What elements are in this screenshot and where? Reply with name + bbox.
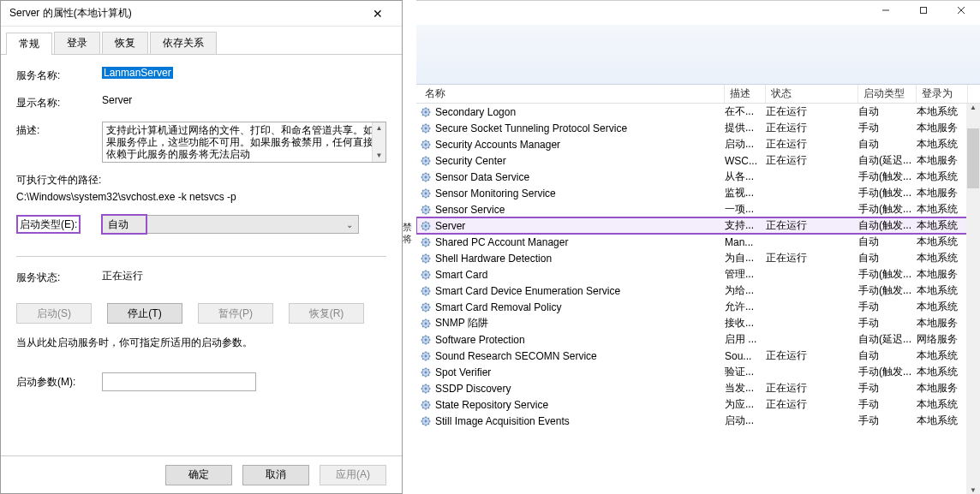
svg-point-5 [425, 110, 427, 113]
service-startup: 手动 [858, 381, 917, 396]
service-row[interactable]: Sensor Monitoring Service监视...手动(触发...本地… [416, 185, 980, 201]
services-header: 名称 描述 状态 启动类型 登录为 [416, 85, 980, 104]
service-row[interactable]: State Repository Service为应...正在运行手动本地系统 [416, 396, 980, 413]
service-name: Smart Card [435, 269, 487, 281]
service-startup: 手动(触发... [858, 267, 917, 282]
service-row[interactable]: Sound Research SECOMN ServiceSou...正在运行自… [416, 348, 980, 364]
service-startup: 手动(触发... [858, 202, 917, 217]
label-startup-type-text: 启动类型(E): [16, 215, 81, 234]
svg-line-201 [428, 423, 429, 424]
service-name: Shared PC Account Manager [435, 236, 568, 248]
bgwin-close-button[interactable] [942, 1, 980, 20]
service-name: Sound Research SECOMN Service [435, 350, 597, 362]
ok-button[interactable]: 确定 [165, 465, 232, 485]
service-desc: 支持... [725, 218, 766, 233]
service-desc: 启动... [725, 137, 766, 152]
col-header-name[interactable]: 名称 [420, 85, 725, 103]
service-logon: 本地系统 [917, 365, 968, 379]
service-name-text[interactable]: LanmanServer [102, 67, 173, 79]
svg-line-112 [428, 271, 429, 271]
svg-line-163 [422, 358, 423, 359]
svg-line-160 [422, 352, 423, 353]
service-row[interactable]: Still Image Acquisition Events启动...手动本地系… [416, 413, 980, 429]
tab-general[interactable]: 常规 [6, 33, 52, 55]
service-startup: 自动 [858, 235, 917, 249]
resume-button: 恢复(R) [289, 303, 364, 324]
svg-line-12 [428, 108, 429, 109]
service-row[interactable]: Security Accounts Manager启动...正在运行自动本地系统 [416, 136, 980, 152]
vertical-scrollbar[interactable]: ▲ ▼ [966, 104, 980, 494]
description-scrollbar[interactable]: ▲ ▼ [372, 122, 385, 162]
service-desc: 监视... [725, 186, 766, 200]
svg-line-203 [422, 423, 423, 424]
tab-logon[interactable]: 登录 [54, 32, 100, 54]
description-box[interactable]: 支持此计算机通过网络的文件、打印、和命名管道共享。如果服务停止，这些功能不可用。… [102, 122, 386, 163]
svg-line-100 [422, 254, 423, 255]
svg-point-25 [425, 143, 427, 146]
service-desc: 为给... [725, 283, 766, 298]
svg-line-61 [428, 195, 429, 196]
start-params-input[interactable] [102, 372, 256, 391]
svg-point-155 [425, 354, 427, 357]
service-row[interactable]: Software Protection启用 ...自动(延迟...网络服务 [416, 331, 980, 348]
description-text: 支持此计算机通过网络的文件、打印、和命名管道共享。如果服务停止，这些功能不可用。… [106, 125, 373, 159]
service-row[interactable]: SSDP Discovery当发...正在运行手动本地服务 [416, 380, 980, 396]
svg-line-123 [422, 293, 423, 294]
svg-point-125 [425, 306, 427, 308]
service-startup: 自动 [858, 348, 917, 363]
stop-button[interactable]: 停止(T) [107, 303, 182, 324]
service-row[interactable]: Secure Socket Tunneling Protocol Service… [416, 120, 980, 136]
svg-line-43 [422, 163, 423, 164]
tab-recovery[interactable]: 恢复 [102, 32, 148, 54]
service-startup: 手动(触发... [858, 365, 917, 379]
service-row[interactable]: Shared PC Account ManagerMan...自动本地系统 [416, 234, 980, 250]
gear-icon [420, 318, 432, 330]
scrollbar-thumb[interactable] [967, 128, 979, 188]
svg-line-31 [428, 146, 429, 147]
service-row[interactable]: SNMP 陷阱接收...手动本地服务 [416, 315, 980, 331]
svg-line-33 [422, 146, 423, 147]
service-status: 正在运行 [766, 381, 858, 396]
service-row[interactable]: Shell Hardware Detection为自...正在运行自动本地系统 [416, 250, 980, 266]
maximize-button[interactable] [905, 1, 942, 20]
service-row[interactable]: Smart Card Removal Policy允许...手动本地系统 [416, 299, 980, 315]
svg-line-142 [428, 319, 429, 320]
service-name: SSDP Discovery [435, 383, 511, 395]
dialog-titlebar[interactable]: Server 的属性(本地计算机) ✕ [1, 1, 402, 27]
col-header-description[interactable]: 描述 [725, 85, 766, 103]
svg-point-55 [425, 192, 427, 194]
tabstrip: 常规 登录 恢复 依存关系 [1, 27, 402, 55]
service-row[interactable]: Spot Verifier验证...手动(触发...本地系统 [416, 364, 980, 380]
minimize-button[interactable] [867, 1, 905, 20]
svg-line-51 [428, 179, 429, 180]
col-header-logon[interactable]: 登录为 [917, 85, 968, 103]
service-logon: 网络服务 [917, 332, 968, 347]
service-row[interactable]: Sensor Service一项...手动(触发...本地系统 [416, 201, 980, 217]
service-logon: 本地系统 [917, 348, 968, 363]
divider [16, 256, 386, 257]
service-status: 正在运行 [766, 251, 858, 265]
services-list[interactable]: Secondary Logon在不...正在运行自动本地系统 Secure So… [416, 104, 980, 494]
svg-point-85 [425, 241, 427, 243]
gear-icon [420, 415, 432, 427]
col-header-startup[interactable]: 启动类型 [858, 85, 917, 103]
service-name: Still Image Acquisition Events [435, 415, 570, 427]
label-service-status: 服务状态: [16, 269, 102, 286]
service-row[interactable]: Security CenterWSC...正在运行自动(延迟...本地服务 [416, 152, 980, 169]
service-row[interactable]: Smart Card Device Enumeration Service为给.… [416, 283, 980, 299]
tab-depends[interactable]: 依存关系 [150, 32, 217, 54]
cancel-button[interactable]: 取消 [242, 465, 309, 485]
service-row[interactable]: Secondary Logon在不...正在运行自动本地系统 [416, 104, 980, 120]
service-row[interactable]: Sensor Data Service从各...手动(触发...本地系统 [416, 169, 980, 185]
svg-point-135 [425, 322, 427, 324]
service-startup: 手动 [858, 121, 917, 135]
service-startup: 手动 [858, 300, 917, 314]
svg-line-71 [428, 211, 429, 212]
service-row[interactable]: Server支持...正在运行自动(触发...本地系统 [416, 217, 980, 234]
service-row[interactable]: Smart Card管理...手动(触发...本地服务 [416, 266, 980, 283]
startup-type-combo[interactable]: 自动 ⌄ [102, 215, 359, 234]
col-header-status[interactable]: 状态 [766, 85, 858, 103]
close-button[interactable]: ✕ [361, 2, 395, 26]
gear-icon [420, 269, 432, 281]
service-startup: 手动(触发... [858, 283, 917, 298]
